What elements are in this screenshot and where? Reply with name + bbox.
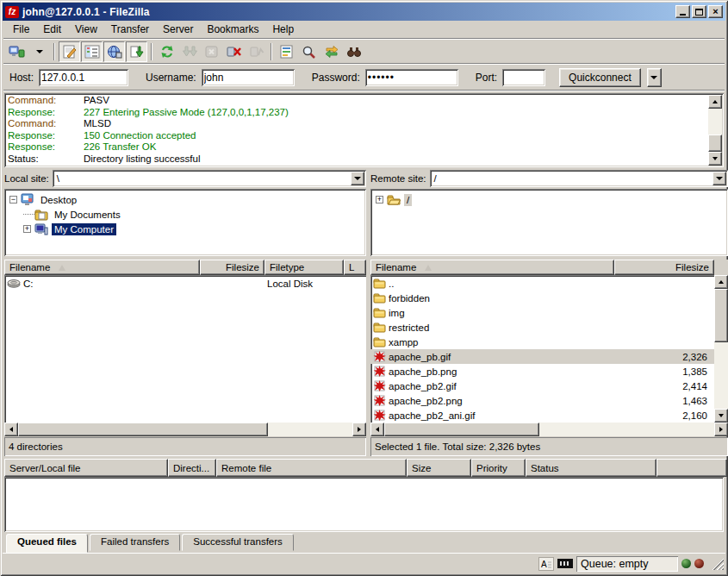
remote-file-row-apache-pb2-ani-gif[interactable]: apache_pb2_ani.gif2,160 [370, 408, 714, 423]
remote-file-row-forbidden[interactable]: forbidden [370, 291, 714, 305]
speed-limit-indicator-icon[interactable] [557, 559, 573, 568]
close-button[interactable]: × [708, 5, 723, 18]
remote-site-dropdown[interactable] [712, 172, 726, 185]
column-header-filename[interactable]: Filename [4, 260, 200, 275]
log-scrollbar[interactable] [708, 95, 722, 166]
local-site-dropdown[interactable] [351, 172, 364, 185]
username-input[interactable] [202, 69, 295, 86]
remote-list-scrollbar[interactable] [714, 275, 728, 423]
local-file-row[interactable]: C:Local Disk [4, 276, 366, 291]
column-header-directi[interactable]: Directi... [168, 459, 216, 477]
expand-expander-icon[interactable]: + [23, 225, 31, 233]
local-tree-item-desktop[interactable]: −Desktop [8, 192, 363, 207]
remote-tree-item-item[interactable]: +/ [374, 192, 725, 207]
tab-successful-transfers[interactable]: Successful transfers [182, 534, 294, 551]
menu-bookmarks[interactable]: Bookmarks [200, 22, 265, 37]
local-tree-item-my-documents[interactable]: My Documents [8, 207, 363, 222]
log-text: 226 Transfer OK [84, 141, 156, 153]
find-files-button[interactable] [343, 41, 364, 62]
site-manager-button[interactable] [6, 41, 28, 62]
menu-help[interactable]: Help [265, 22, 301, 37]
log-line: Response:226 Transfer OK [8, 141, 708, 153]
reconnect-button[interactable] [246, 41, 267, 62]
resize-grip[interactable] [711, 557, 724, 570]
tab-queued-files[interactable]: Queued files [6, 534, 88, 553]
column-header-item[interactable] [656, 459, 727, 477]
column-header-size[interactable]: Size [407, 459, 471, 477]
ascii-datatype-icon[interactable]: A [538, 557, 554, 571]
disconnect-icon [227, 45, 242, 59]
menu-transfer[interactable]: Transfer [104, 22, 156, 37]
cancel-operation-button[interactable] [201, 41, 222, 62]
scroll-down-button[interactable] [708, 152, 722, 166]
column-header-filesize[interactable]: Filesize [614, 260, 714, 275]
remote-file-row-apache-pb2-png[interactable]: apache_pb2.png1,463 [370, 393, 714, 408]
remote-file-list[interactable]: ..forbiddenimgrestrictedxamppapache_pb.g… [370, 275, 728, 423]
scrollbar-thumb[interactable] [714, 289, 728, 342]
toggle-local-tree-button[interactable] [81, 41, 103, 62]
column-header-status[interactable]: Status [526, 459, 656, 477]
scrollbar-thumb[interactable] [708, 135, 722, 152]
scroll-left-button[interactable] [370, 423, 384, 436]
scroll-left-button[interactable] [4, 423, 18, 436]
window-title: john@127.0.0.1 - FileZilla [22, 6, 150, 18]
password-input[interactable] [365, 69, 458, 86]
column-header-l[interactable]: L [344, 260, 366, 275]
synchronized-browsing-button[interactable] [320, 41, 342, 62]
scroll-right-button[interactable] [352, 423, 366, 436]
scroll-up-button[interactable] [708, 95, 722, 109]
minimize-button[interactable] [675, 5, 690, 18]
local-file-list[interactable]: C:Local Disk [4, 275, 366, 423]
disconnect-button[interactable] [223, 41, 245, 62]
column-header-filesize[interactable]: Filesize [200, 260, 264, 275]
collapse-expander-icon[interactable]: − [9, 196, 17, 203]
process-queue-button[interactable] [178, 41, 200, 62]
scrollbar-thumb[interactable] [18, 423, 268, 436]
column-header-priority[interactable]: Priority [471, 459, 526, 477]
expand-expander-icon[interactable]: + [376, 196, 383, 203]
quickconnect-button[interactable]: Quickconnect [559, 68, 641, 87]
remote-file-row-apache-pb-png[interactable]: apache_pb.png1,385 [370, 364, 714, 379]
menu-view[interactable]: View [68, 22, 104, 37]
scroll-down-button[interactable] [714, 409, 728, 423]
remote-file-row-item[interactable]: .. [370, 276, 714, 291]
menu-server[interactable]: Server [156, 22, 200, 37]
site-manager-dropdown[interactable] [28, 41, 50, 62]
scroll-right-button[interactable] [714, 423, 728, 436]
remote-directory-tree[interactable]: +/ [370, 189, 728, 256]
local-horizontal-scrollbar[interactable] [4, 423, 366, 436]
remote-file-row-apache-pb-gif[interactable]: apache_pb.gif2,326 [370, 349, 714, 364]
directory-comparison-button[interactable] [298, 41, 320, 62]
menu-file[interactable]: File [6, 22, 36, 37]
maximize-button[interactable] [692, 5, 706, 18]
scroll-up-button[interactable] [714, 275, 728, 289]
column-header-server-local-file[interactable]: Server/Local file [4, 459, 168, 477]
filename-filters-button[interactable] [276, 41, 297, 62]
remote-site-combobox[interactable]: / [430, 170, 728, 187]
local-tree-item-my-computer[interactable]: +My Computer [8, 222, 363, 236]
title-bar[interactable]: fz john@127.0.0.1 - FileZilla × [3, 3, 725, 21]
quickconnect-dropdown[interactable] [647, 68, 662, 87]
remote-file-row-xampp[interactable]: xampp [370, 335, 714, 349]
local-directory-tree[interactable]: −DesktopMy Documents+My Computer [4, 189, 366, 256]
menu-edit[interactable]: Edit [36, 22, 68, 37]
column-header-filename[interactable]: Filename [370, 260, 614, 275]
remote-file-row-restricted[interactable]: restricted [370, 320, 714, 335]
toggle-remote-tree-button[interactable] [103, 41, 125, 62]
scrollbar-thumb[interactable] [384, 423, 539, 436]
remote-file-row-apache-pb2-gif[interactable]: apache_pb2.gif2,414 [370, 379, 714, 393]
tab-failed-transfers[interactable]: Failed transfers [90, 534, 180, 551]
refresh-button[interactable] [156, 41, 177, 62]
message-log[interactable]: Command:PASVResponse:227 Entering Passiv… [4, 93, 724, 167]
column-header-remote-file[interactable]: Remote file [216, 459, 407, 477]
column-header-filetype[interactable]: Filetype [264, 260, 344, 275]
transfer-queue-list[interactable] [4, 477, 724, 532]
host-input[interactable] [39, 69, 128, 86]
toggle-transfer-queue-button[interactable] [126, 41, 147, 62]
port-input[interactable] [502, 69, 545, 86]
remote-file-row-img[interactable]: img [370, 305, 714, 320]
local-site-combobox[interactable]: \ [53, 170, 366, 187]
toggle-message-log-button[interactable] [59, 41, 80, 62]
filesize-cell [614, 335, 714, 349]
remote-horizontal-scrollbar[interactable] [370, 423, 728, 436]
